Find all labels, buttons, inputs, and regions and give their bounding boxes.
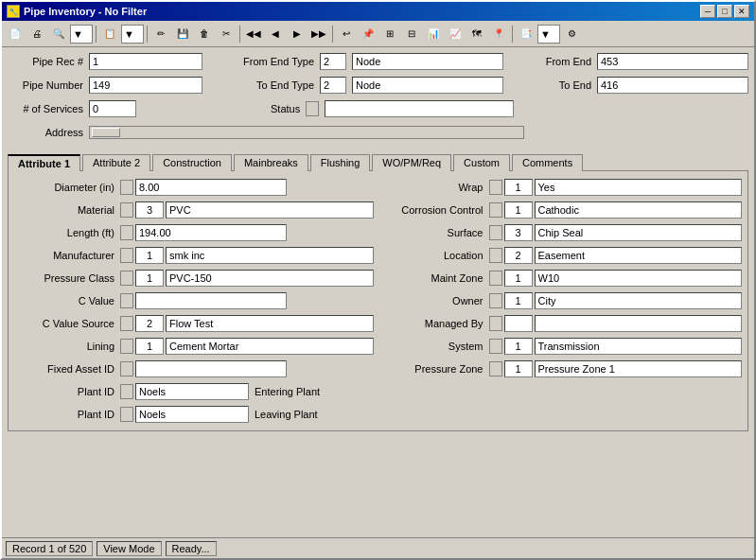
material-code[interactable] — [135, 201, 164, 219]
plant-leaving-value[interactable] — [135, 406, 249, 423]
tab-custom[interactable]: Custom — [453, 154, 510, 171]
tab-attribute1[interactable]: Attribute 1 — [8, 154, 80, 171]
filter-dropdown[interactable]: ▼ — [70, 25, 93, 44]
wrap-value[interactable] — [535, 179, 743, 196]
minimize-button[interactable]: ─ — [700, 5, 715, 18]
last-button[interactable]: ▶▶ — [308, 24, 329, 44]
tb-btn-4[interactable]: ✂ — [216, 24, 237, 44]
location-code[interactable] — [504, 247, 533, 264]
pressure-class-indicator[interactable] — [120, 271, 133, 286]
tb-btn-11[interactable]: 🗺 — [466, 24, 487, 44]
to-end-value[interactable] — [597, 77, 748, 94]
pressure-zone-indicator[interactable] — [489, 361, 502, 376]
maximize-button[interactable]: □ — [717, 5, 732, 18]
tb-btn-6[interactable]: 📌 — [358, 24, 378, 44]
managed-by-value[interactable] — [535, 315, 743, 332]
pressure-zone-value[interactable] — [535, 360, 743, 377]
c-value-source-code[interactable] — [135, 315, 164, 332]
wrap-code[interactable] — [504, 179, 533, 196]
pipe-rec-input[interactable] — [89, 53, 202, 70]
diameter-value[interactable] — [135, 179, 287, 196]
tb-btn-13[interactable]: 📑 — [516, 24, 536, 44]
tb-btn-10[interactable]: 📈 — [445, 24, 466, 44]
corrosion-value[interactable] — [535, 201, 743, 219]
surface-code[interactable] — [504, 224, 533, 241]
from-end-value[interactable] — [597, 53, 748, 70]
status-indicator[interactable] — [306, 101, 319, 116]
tab-construction[interactable]: Construction — [152, 154, 232, 171]
view-button[interactable]: 📋 — [99, 24, 120, 44]
status-value[interactable] — [325, 100, 514, 117]
location-indicator[interactable] — [489, 248, 502, 263]
length-indicator[interactable] — [120, 225, 133, 240]
c-value-source-indicator[interactable] — [120, 316, 133, 331]
manufacturer-indicator[interactable] — [120, 248, 133, 263]
tb-btn-14[interactable]: ⚙ — [561, 24, 582, 44]
plant-leaving-indicator[interactable] — [120, 407, 133, 422]
view-dropdown[interactable]: ▼ — [121, 25, 144, 44]
plant-entering-indicator[interactable] — [120, 384, 133, 399]
from-end-type-value[interactable] — [352, 53, 503, 70]
location-value[interactable] — [535, 247, 743, 264]
edit-button[interactable]: ✏ — [150, 24, 171, 44]
corrosion-indicator[interactable] — [489, 202, 502, 218]
length-value[interactable] — [135, 224, 287, 241]
system-code[interactable] — [504, 338, 533, 355]
tb-btn-7[interactable]: ⊞ — [379, 24, 400, 44]
pressure-class-code[interactable] — [135, 270, 164, 287]
next-button[interactable]: ▶ — [287, 24, 308, 44]
plant-entering-value[interactable] — [135, 383, 249, 400]
to-end-type-code[interactable] — [320, 77, 346, 94]
material-indicator[interactable] — [120, 202, 133, 218]
manufacturer-code[interactable] — [135, 247, 164, 264]
tb-btn-9[interactable]: 📊 — [423, 24, 444, 44]
tab-comments[interactable]: Comments — [512, 154, 583, 171]
pressure-zone-code[interactable] — [504, 360, 533, 377]
lining-value[interactable] — [166, 338, 374, 355]
maint-zone-indicator[interactable] — [489, 271, 502, 286]
c-value-source-value[interactable] — [166, 315, 374, 332]
report-dropdown[interactable]: ▼ — [537, 25, 560, 44]
system-value[interactable] — [535, 338, 743, 355]
surface-value[interactable] — [535, 224, 743, 241]
fixed-asset-id-value[interactable] — [135, 360, 287, 377]
first-button[interactable]: ◀◀ — [243, 24, 264, 44]
maint-zone-value[interactable] — [535, 270, 743, 287]
prev-button[interactable]: ◀ — [265, 24, 286, 44]
surface-indicator[interactable] — [489, 225, 502, 240]
print-button[interactable]: 🖨 — [26, 24, 47, 44]
save-button[interactable]: 💾 — [172, 24, 193, 44]
c-value-indicator[interactable] — [120, 293, 133, 308]
tab-flushing[interactable]: Flushing — [310, 154, 371, 171]
address-scrollbar[interactable] — [89, 126, 524, 139]
pipe-number-input[interactable] — [89, 77, 202, 94]
tb-btn-12[interactable]: 📍 — [488, 24, 509, 44]
tab-attribute2[interactable]: Attribute 2 — [82, 154, 150, 171]
fixed-asset-id-indicator[interactable] — [120, 361, 133, 376]
corrosion-code[interactable] — [504, 201, 533, 219]
diameter-indicator[interactable] — [120, 180, 133, 195]
from-end-type-code[interactable] — [320, 53, 346, 70]
wrap-indicator[interactable] — [489, 180, 502, 195]
material-value[interactable] — [166, 201, 374, 219]
owner-indicator[interactable] — [489, 293, 502, 308]
maint-zone-code[interactable] — [504, 270, 533, 287]
search-button[interactable]: 🔍 — [48, 24, 69, 44]
lining-code[interactable] — [135, 338, 164, 355]
managed-by-indicator[interactable] — [489, 316, 502, 331]
owner-value[interactable] — [535, 292, 743, 309]
tb-btn-8[interactable]: ⊟ — [401, 24, 422, 44]
system-indicator[interactable] — [489, 339, 502, 354]
close-button[interactable]: ✕ — [734, 5, 749, 18]
manufacturer-value[interactable] — [166, 247, 374, 264]
c-value-value[interactable] — [135, 292, 287, 309]
delete-button[interactable]: 🗑 — [194, 24, 215, 44]
tb-btn-5[interactable]: ↩ — [336, 24, 357, 44]
to-end-type-value[interactable] — [352, 77, 503, 94]
lining-indicator[interactable] — [120, 339, 133, 354]
new-button[interactable]: 📄 — [5, 24, 26, 44]
pressure-class-value[interactable] — [166, 270, 374, 287]
managed-by-code[interactable] — [504, 315, 533, 332]
tab-wo-pm-req[interactable]: WO/PM/Req — [372, 154, 451, 171]
owner-code[interactable] — [504, 292, 533, 309]
